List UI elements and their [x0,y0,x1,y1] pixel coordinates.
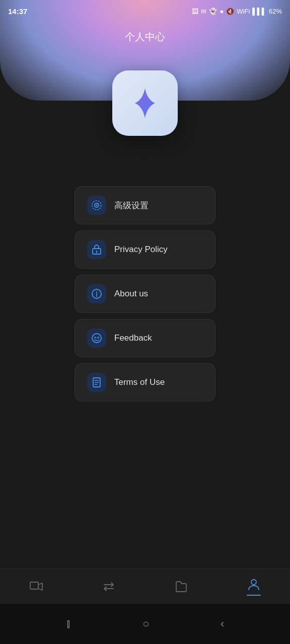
transfer-nav-icon [102,580,116,594]
svg-point-7 [96,291,97,292]
signal-icon: ▌▌▌ [252,8,266,15]
system-home-icon[interactable]: ○ [142,617,149,630]
advanced-settings-label: 高级设置 [114,200,149,211]
snapchat-icon: 👻 [209,8,217,15]
status-icons: 🖼 ✉ 👻 ● 🔇 WiFi ▌▌▌ 62% [192,8,282,15]
svg-point-17 [251,580,256,585]
about-us-label: About us [114,289,148,299]
svg-point-2 [96,205,98,206]
nav-files[interactable] [164,576,198,598]
video-nav-icon [29,580,43,594]
terms-of-use-label: Terms of Use [114,377,165,387]
nav-video[interactable] [19,576,53,598]
terms-of-use-icon [87,373,106,392]
privacy-policy-label: Privacy Policy [114,245,168,255]
app-icon [112,70,178,136]
feedback-item[interactable]: Feedback [75,319,215,357]
status-bar: 14:37 🖼 ✉ 👻 ● 🔇 WiFi ▌▌▌ 62% [0,0,290,22]
nav-active-indicator [247,595,261,596]
battery-icon: 62% [269,8,282,15]
feedback-icon [87,329,106,348]
nav-transfer[interactable] [92,576,126,598]
star-icon [127,86,163,121]
about-us-icon [87,284,106,303]
message-icon: ✉ [201,8,206,15]
terms-of-use-item[interactable]: Terms of Use [75,363,215,401]
svg-point-10 [95,337,96,339]
svg-rect-16 [30,582,38,589]
page-title: 个人中心 [0,30,290,44]
system-recent-icon[interactable]: ⫿ [66,617,71,630]
system-back-icon[interactable]: ‹ [221,617,224,630]
about-us-item[interactable]: About us [75,275,215,313]
privacy-policy-icon [87,240,106,259]
files-nav-icon [174,580,188,594]
advanced-settings-icon [87,196,106,215]
status-time: 14:37 [8,7,27,16]
mute-icon: 🔇 [226,8,234,15]
bottom-navigation [0,569,290,604]
nav-profile[interactable] [237,574,271,600]
system-nav-bar: ⫿ ○ ‹ [0,604,290,644]
wifi-icon: WiFi [237,8,250,15]
feedback-label: Feedback [114,333,152,343]
privacy-policy-item[interactable]: Privacy Policy [75,230,215,269]
photo-icon: 🖼 [192,8,198,15]
svg-point-11 [98,337,99,339]
advanced-settings-item[interactable]: 高级设置 [75,186,215,224]
dot-icon: ● [220,8,224,15]
menu-section: 高级设置 Privacy Policy About us [75,186,215,401]
profile-nav-icon [247,578,261,592]
svg-point-9 [92,334,101,343]
